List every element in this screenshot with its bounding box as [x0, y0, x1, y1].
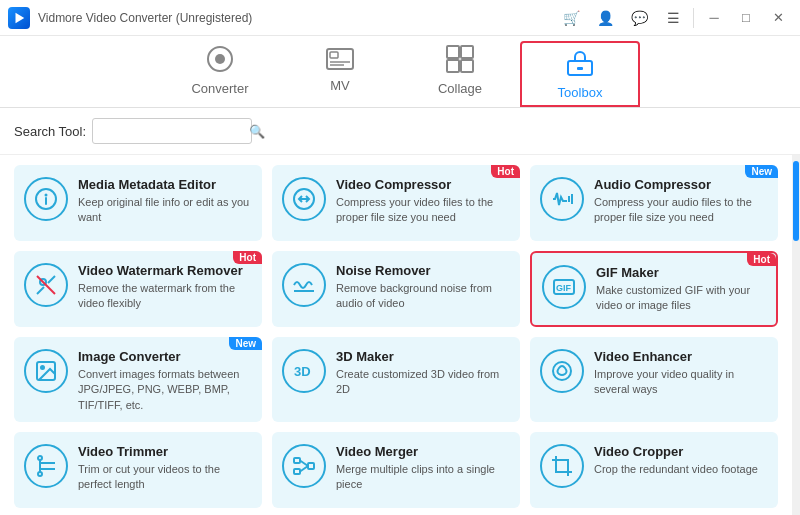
- mv-icon: [326, 48, 354, 74]
- tool-content-gif-maker: GIF Maker Make customized GIF with your …: [596, 265, 766, 314]
- svg-line-38: [300, 466, 308, 472]
- svg-rect-7: [447, 46, 459, 58]
- tool-icon-media-metadata-editor: [24, 177, 68, 221]
- tool-icon-video-trimmer: [24, 444, 68, 488]
- svg-rect-12: [577, 67, 583, 70]
- tool-title-video-trimmer: Video Trimmer: [78, 444, 252, 459]
- tab-collage[interactable]: Collage: [400, 35, 520, 107]
- tool-icon-noise-remover: [282, 263, 326, 307]
- tool-title-video-compressor: Video Compressor: [336, 177, 510, 192]
- svg-rect-39: [556, 460, 568, 472]
- tools-area: Media Metadata Editor Keep original file…: [0, 155, 800, 515]
- tool-content-image-converter: Image Converter Convert images formats b…: [78, 349, 252, 413]
- tool-content-video-watermark-remover: Video Watermark Remover Remove the water…: [78, 263, 252, 312]
- tool-card-video-compressor[interactable]: Hot Video Compressor Compress your video…: [272, 165, 520, 241]
- tool-icon-3d-maker: 3D: [282, 349, 326, 393]
- tool-card-audio-compressor[interactable]: New Audio Compressor Compress your audio…: [530, 165, 778, 241]
- toolbox-icon: [566, 49, 594, 81]
- tool-title-video-merger: Video Merger: [336, 444, 510, 459]
- tool-icon-video-enhancer: [540, 349, 584, 393]
- app-title: Vidmore Video Converter (Unregistered): [38, 11, 252, 25]
- svg-rect-35: [294, 469, 300, 474]
- tool-title-gif-maker: GIF Maker: [596, 265, 766, 280]
- tool-card-image-converter[interactable]: New Image Converter Convert images forma…: [14, 337, 262, 422]
- tool-icon-gif-maker: GIF: [542, 265, 586, 309]
- tool-content-noise-remover: Noise Remover Remove background noise fr…: [336, 263, 510, 312]
- scrollbar[interactable]: [792, 155, 800, 515]
- tool-card-3d-maker[interactable]: 3D 3D Maker Create customized 3D video f…: [272, 337, 520, 422]
- tool-desc-video-cropper: Crop the redundant video footage: [594, 462, 768, 477]
- profile-icon[interactable]: 👤: [591, 6, 619, 30]
- tool-content-video-merger: Video Merger Merge multiple clips into a…: [336, 444, 510, 493]
- titlebar-icons: 🛒 👤 💬 ☰: [557, 6, 687, 30]
- menu-icon[interactable]: ☰: [659, 6, 687, 30]
- tool-content-3d-maker: 3D Maker Create customized 3D video from…: [336, 349, 510, 398]
- titlebar: Vidmore Video Converter (Unregistered) 🛒…: [0, 0, 800, 36]
- tool-icon-video-watermark-remover: [24, 263, 68, 307]
- tool-desc-noise-remover: Remove background noise from audio of vi…: [336, 281, 510, 312]
- tool-icon-audio-compressor: [540, 177, 584, 221]
- svg-point-29: [38, 472, 42, 476]
- svg-point-28: [553, 362, 571, 380]
- tool-title-audio-compressor: Audio Compressor: [594, 177, 768, 192]
- svg-rect-8: [461, 46, 473, 58]
- tool-title-video-enhancer: Video Enhancer: [594, 349, 768, 364]
- collage-icon: [446, 45, 474, 77]
- tool-desc-video-merger: Merge multiple clips into a single piece: [336, 462, 510, 493]
- tool-icon-video-compressor: [282, 177, 326, 221]
- tool-content-media-metadata-editor: Media Metadata Editor Keep original file…: [78, 177, 252, 226]
- tool-desc-3d-maker: Create customized 3D video from 2D: [336, 367, 510, 398]
- svg-point-30: [38, 456, 42, 460]
- tool-content-video-cropper: Video Cropper Crop the redundant video f…: [594, 444, 768, 477]
- tools-grid: Media Metadata Editor Keep original file…: [0, 155, 792, 515]
- tool-card-noise-remover[interactable]: Noise Remover Remove background noise fr…: [272, 251, 520, 327]
- tool-card-video-cropper[interactable]: Video Cropper Crop the redundant video f…: [530, 432, 778, 508]
- converter-icon: [206, 45, 234, 77]
- tool-content-video-enhancer: Video Enhancer Improve your video qualit…: [594, 349, 768, 398]
- tool-icon-video-cropper: [540, 444, 584, 488]
- tool-title-video-watermark-remover: Video Watermark Remover: [78, 263, 252, 278]
- tool-content-video-compressor: Video Compressor Compress your video fil…: [336, 177, 510, 226]
- svg-point-2: [215, 54, 225, 64]
- titlebar-left: Vidmore Video Converter (Unregistered): [8, 7, 252, 29]
- svg-text:3D: 3D: [294, 364, 311, 379]
- tool-title-media-metadata-editor: Media Metadata Editor: [78, 177, 252, 192]
- tool-card-gif-maker[interactable]: Hot GIF GIF Maker Make customized GIF wi…: [530, 251, 778, 327]
- tool-card-video-watermark-remover[interactable]: Hot Video Watermark Remover Remove the w…: [14, 251, 262, 327]
- tab-mv[interactable]: MV: [280, 35, 400, 107]
- badge-video-compressor: Hot: [491, 165, 520, 178]
- mv-tab-label: MV: [330, 78, 350, 93]
- close-button[interactable]: ✕: [764, 6, 792, 30]
- svg-text:GIF: GIF: [556, 283, 572, 293]
- tool-content-audio-compressor: Audio Compressor Compress your audio fil…: [594, 177, 768, 226]
- search-label: Search Tool:: [14, 124, 86, 139]
- tool-card-video-trimmer[interactable]: Video Trimmer Trim or cut your videos to…: [14, 432, 262, 508]
- tool-card-video-enhancer[interactable]: Video Enhancer Improve your video qualit…: [530, 337, 778, 422]
- cart-icon[interactable]: 🛒: [557, 6, 585, 30]
- tool-desc-video-enhancer: Improve your video quality in several wa…: [594, 367, 768, 398]
- maximize-button[interactable]: □: [732, 6, 760, 30]
- search-input[interactable]: [99, 124, 249, 138]
- tool-card-video-merger[interactable]: Video Merger Merge multiple clips into a…: [272, 432, 520, 508]
- collage-tab-label: Collage: [438, 81, 482, 96]
- svg-rect-9: [447, 60, 459, 72]
- tool-title-noise-remover: Noise Remover: [336, 263, 510, 278]
- tool-title-video-cropper: Video Cropper: [594, 444, 768, 459]
- tool-desc-image-converter: Convert images formats between JPG/JPEG,…: [78, 367, 252, 413]
- tool-title-image-converter: Image Converter: [78, 349, 252, 364]
- tool-icon-video-merger: [282, 444, 326, 488]
- tool-card-media-metadata-editor[interactable]: Media Metadata Editor Keep original file…: [14, 165, 262, 241]
- tab-toolbox[interactable]: Toolbox: [520, 41, 640, 107]
- tool-desc-media-metadata-editor: Keep original file info or edit as you w…: [78, 195, 252, 226]
- svg-rect-34: [294, 458, 300, 463]
- badge-image-converter: New: [229, 337, 262, 350]
- svg-rect-4: [330, 52, 338, 58]
- titlebar-controls: ─ □ ✕: [700, 6, 792, 30]
- tab-converter[interactable]: Converter: [160, 35, 280, 107]
- minimize-button[interactable]: ─: [700, 6, 728, 30]
- app-logo: [8, 7, 30, 29]
- search-icon[interactable]: 🔍: [249, 124, 265, 139]
- svg-marker-0: [16, 12, 25, 23]
- converter-tab-label: Converter: [191, 81, 248, 96]
- chat-icon[interactable]: 💬: [625, 6, 653, 30]
